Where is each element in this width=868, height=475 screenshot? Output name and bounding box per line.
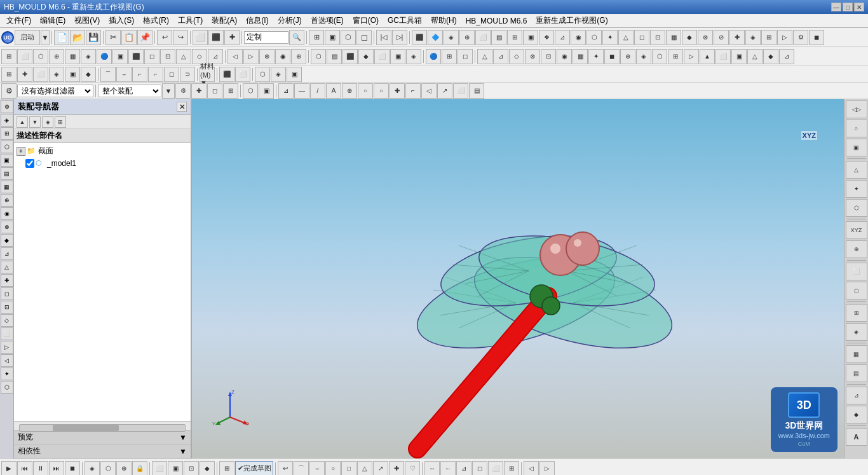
tb2-37[interactable]: ✦ <box>588 49 604 64</box>
tb2-9[interactable]: ⬛ <box>128 49 144 64</box>
tb-icon-15[interactable]: ▤ <box>491 30 506 45</box>
bt-7[interactable]: ⬡ <box>100 461 116 476</box>
tb-dropdown-arrow[interactable]: ▼ <box>41 30 50 45</box>
tb2-38[interactable]: ◼ <box>604 49 620 64</box>
tb-icon-27[interactable]: ◆ <box>682 30 697 45</box>
bt-24[interactable]: ↔ <box>424 461 440 476</box>
tb2-42[interactable]: ⊞ <box>668 49 683 64</box>
tb-icon-10[interactable]: ⬛ <box>412 30 427 45</box>
tb-icon-23[interactable]: △ <box>618 30 634 45</box>
rp-3[interactable]: ▣ <box>846 139 867 156</box>
tb-f7[interactable]: ⊿ <box>278 83 294 99</box>
tb2-31[interactable]: ⊿ <box>493 49 508 64</box>
tb2-30[interactable]: △ <box>477 49 492 64</box>
tb-icon-5[interactable]: ▣ <box>325 30 340 45</box>
tb2-23[interactable]: ◆ <box>358 49 374 64</box>
tb-icon-24[interactable]: ◻ <box>634 30 649 45</box>
menu-file[interactable]: 文件(F) <box>3 14 35 27</box>
sidebar-close-icon[interactable]: ✕ <box>177 102 187 112</box>
cut-icon[interactable]: ✂ <box>105 30 121 45</box>
tb-f18[interactable]: ⬜ <box>453 83 468 99</box>
menu-edit[interactable]: 编辑(E) <box>36 14 69 27</box>
tb3-6[interactable]: ◆ <box>81 67 96 82</box>
customize-input[interactable] <box>244 31 288 44</box>
tb-f6[interactable]: ▣ <box>259 83 274 99</box>
li-2[interactable]: ◈ <box>1 114 13 127</box>
open-file-icon[interactable]: 📂 <box>70 30 85 45</box>
tb-icon-2[interactable]: ⬛ <box>208 30 224 45</box>
tb2-26[interactable]: ◈ <box>406 49 421 64</box>
tree-item-section[interactable]: + 📁 截面 <box>15 144 189 158</box>
bt-22[interactable]: ✚ <box>389 461 404 476</box>
menu-window[interactable]: 窗口(O) <box>349 14 383 27</box>
search-icon[interactable]: 🔍 <box>289 30 304 45</box>
tb-icon-31[interactable]: ◈ <box>745 30 761 45</box>
li-3[interactable]: ⊞ <box>1 127 13 140</box>
menu-assembly[interactable]: 装配(A) <box>208 14 241 27</box>
bt-10[interactable]: ⬜ <box>152 461 167 476</box>
li-11[interactable]: ◆ <box>1 234 13 247</box>
tb2-33[interactable]: ⊗ <box>525 49 540 64</box>
bt-5[interactable]: ⏹ <box>65 461 80 476</box>
tb2-20[interactable]: ⬡ <box>311 49 326 64</box>
li-8[interactable]: ⊕ <box>1 194 13 207</box>
menu-tools[interactable]: 工具(T) <box>174 14 207 27</box>
tb-icon-33[interactable]: ▷ <box>777 30 792 45</box>
settings-icon[interactable]: ⚙ <box>1 83 17 99</box>
tb2-29[interactable]: ◻ <box>458 49 473 64</box>
rp-4[interactable]: △ <box>846 161 867 179</box>
undo-icon[interactable]: ↩ <box>157 30 172 45</box>
rp-14[interactable]: ▤ <box>846 364 867 382</box>
tb3-7[interactable]: ⌒ <box>100 67 116 82</box>
bt-19[interactable]: □ <box>341 461 356 476</box>
tb3-5[interactable]: ▣ <box>65 67 80 82</box>
bt-29[interactable]: ⊞ <box>504 461 519 476</box>
new-file-icon[interactable]: 📄 <box>54 30 69 45</box>
tb2-48[interactable]: ◆ <box>763 49 778 64</box>
menu-gc[interactable]: GC工具箱 <box>384 14 426 27</box>
tb3-16[interactable]: ◈ <box>271 67 286 82</box>
rp-6[interactable]: ⬡ <box>846 199 867 217</box>
bt-4[interactable]: ⏭ <box>49 461 64 476</box>
tb3-4[interactable]: ◈ <box>49 67 64 82</box>
bt-28[interactable]: ⬜ <box>488 461 503 476</box>
tb2-34[interactable]: ⊡ <box>541 49 556 64</box>
bt-11[interactable]: ▣ <box>168 461 183 476</box>
menu-regen[interactable]: 重新生成工作视图(G) <box>532 14 611 27</box>
tb-f5[interactable]: ⬡ <box>243 83 258 99</box>
tb-f19[interactable]: ▤ <box>469 83 484 99</box>
bt-15[interactable]: ↩ <box>278 461 293 476</box>
bt-8[interactable]: ⊕ <box>116 461 132 476</box>
tree-item-model1[interactable]: ⬡ _model1 <box>15 158 189 169</box>
tb-icon-3[interactable]: ✚ <box>224 30 240 45</box>
tb2-18[interactable]: ◉ <box>275 49 290 64</box>
tb-icon-11[interactable]: 🔷 <box>428 30 443 45</box>
rp-16[interactable]: ◆ <box>846 406 867 423</box>
menu-view[interactable]: 视图(V) <box>71 14 104 27</box>
tb2-49[interactable]: ⊿ <box>779 49 794 64</box>
hscroll-thumb[interactable] <box>53 425 119 431</box>
tb-icon-18[interactable]: ❖ <box>539 30 554 45</box>
rp-7[interactable]: XYZ <box>846 221 867 239</box>
menu-info[interactable]: 信息(I) <box>242 14 272 27</box>
tb-icon-9[interactable]: ▷| <box>392 30 407 45</box>
minimize-button[interactable]: — <box>831 3 841 11</box>
st-4[interactable]: ⊞ <box>55 116 66 128</box>
bt-16[interactable]: ⌒ <box>294 461 309 476</box>
start-label-btn[interactable]: 启动 <box>15 30 40 45</box>
bt-2[interactable]: ⏮ <box>17 461 32 476</box>
li-4[interactable]: ⬡ <box>1 141 13 153</box>
tb2-45[interactable]: ⬜ <box>715 49 731 64</box>
tb3-2[interactable]: ✚ <box>17 67 32 82</box>
tb2-28[interactable]: ⊞ <box>442 49 457 64</box>
st-2[interactable]: ▼ <box>29 116 41 128</box>
li-12[interactable]: ⊿ <box>1 247 13 260</box>
li-22[interactable]: ⬡ <box>1 381 13 394</box>
tb2-44[interactable]: ▲ <box>700 49 715 64</box>
start-icon[interactable]: UG <box>1 31 14 44</box>
tb2-2[interactable]: ⬜ <box>17 49 32 64</box>
tb-f1[interactable]: ⚙ <box>175 83 191 99</box>
filter-dropdown[interactable]: ▼ <box>162 83 175 99</box>
tb-icon-22[interactable]: ✦ <box>602 30 618 45</box>
li-21[interactable]: ✦ <box>1 368 13 380</box>
